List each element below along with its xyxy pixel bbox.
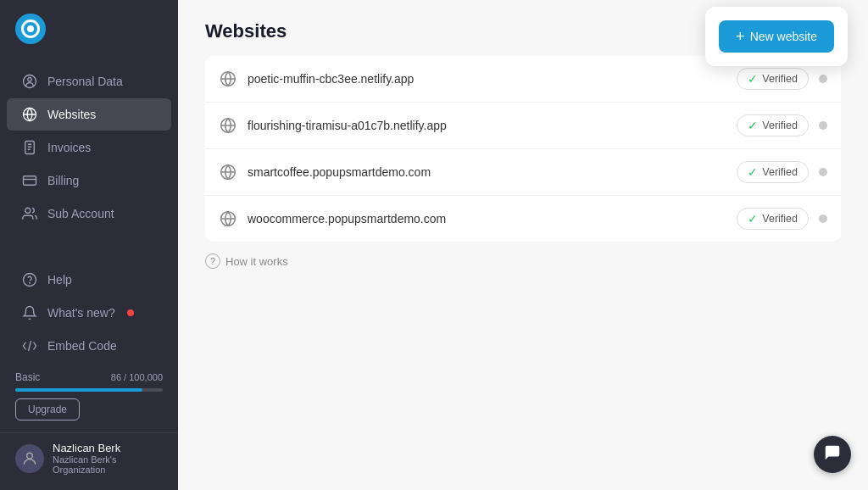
svg-point-5 [25,208,31,213]
status-dot [819,121,827,130]
svg-point-1 [28,78,32,82]
plan-progress-bar-bg [15,388,163,392]
svg-point-8 [27,453,33,459]
sidebar-item-invoices[interactable]: Invoices [7,131,171,164]
checkmark-icon: ✓ [748,72,758,86]
globe-icon [219,116,237,135]
sidebar-label-invoices: Invoices [47,141,91,154]
websites-list: poetic-muffin-cbc3ee.netlify.app ✓ Verif… [178,56,868,242]
verified-badge: ✓ Verified [737,208,809,230]
main-nav: Personal Data Websites Invoices [0,58,178,256]
svg-point-7 [30,282,31,283]
sidebar-label-help: Help [47,273,72,287]
verified-label: Verified [762,73,798,85]
checkmark-icon: ✓ [748,165,758,179]
document-icon [22,140,37,155]
avatar [15,444,44,473]
new-website-button[interactable]: + New website [719,20,834,53]
people-icon [22,206,37,221]
verified-label: Verified [762,166,798,178]
website-url: flourishing-tiramisu-a01c7b.netlify.app [248,119,726,132]
status-dot [819,168,827,176]
sidebar-item-sub-account[interactable]: Sub Account [7,198,171,230]
verified-badge: ✓ Verified [737,161,809,183]
website-url: woocommerce.popupsmartdemo.com [248,212,726,226]
sidebar: Personal Data Websites Invoices [0,0,178,490]
user-section[interactable]: Nazlican Berk Nazlican Berk's Organizati… [0,432,178,483]
plan-section: Basic 86 / 100,000 Upgrade [0,363,178,429]
plan-progress-bar-fill [15,388,142,392]
upgrade-button[interactable]: Upgrade [15,398,80,420]
globe-icon [219,163,237,181]
page-title: Websites [205,20,287,42]
new-website-popup: + New website [705,7,848,66]
sidebar-label-sub-account: Sub Account [47,207,114,220]
verified-badge: ✓ Verified [737,114,809,136]
logo-icon [15,14,46,44]
svg-rect-3 [25,142,35,154]
user-name: Nazlican Berk [53,442,163,454]
sidebar-item-websites[interactable]: Websites [7,98,171,131]
svg-rect-4 [24,176,36,186]
sidebar-item-whats-new[interactable]: What's new? [7,297,171,329]
sidebar-item-billing[interactable]: Billing [7,164,171,197]
how-it-works-link[interactable]: ? How it works [178,242,868,281]
sidebar-item-help[interactable]: Help [7,264,171,296]
how-it-works-label: How it works [225,255,288,268]
new-website-button-label: New website [750,30,817,43]
user-org: Nazlican Berk's Organization [53,454,163,475]
svg-point-6 [24,274,36,287]
sidebar-label-websites: Websites [47,108,96,121]
status-dot [819,214,827,223]
website-url: poetic-muffin-cbc3ee.netlify.app [248,72,726,86]
table-row[interactable]: smartcoffee.popupsmartdemo.com ✓ Verifie… [205,149,841,196]
sidebar-item-personal-data[interactable]: Personal Data [7,65,171,97]
globe-icon [22,107,37,122]
main-content: Websites + New website poetic-muffin-cbc… [178,0,868,490]
plan-name: Basic [15,371,40,383]
sidebar-label-embed-code: Embed Code [47,339,117,353]
verified-label: Verified [762,213,798,225]
checkmark-icon: ✓ [748,212,758,226]
user-info: Nazlican Berk Nazlican Berk's Organizati… [53,442,163,475]
bottom-nav: Help What's new? Embed Code Bas [0,256,178,490]
plan-label-row: Basic 86 / 100,000 [15,371,163,383]
chat-icon [823,443,842,466]
table-row[interactable]: flourishing-tiramisu-a01c7b.netlify.app … [205,103,841,149]
status-dot [819,75,827,83]
help-circle-icon [22,272,37,287]
sidebar-label-billing: Billing [47,174,79,187]
notification-badge [127,309,134,316]
sidebar-item-embed-code[interactable]: Embed Code [7,330,171,362]
code-icon [22,338,37,354]
main-header: Websites + New website [178,0,868,56]
bell-icon [22,305,37,320]
globe-icon [219,70,237,88]
chat-button[interactable] [814,436,851,473]
question-icon: ? [205,253,220,269]
plus-icon: + [736,29,745,44]
checkmark-icon: ✓ [748,119,758,132]
globe-icon [219,209,237,228]
verified-label: Verified [762,120,798,131]
verified-badge: ✓ Verified [737,68,809,90]
person-circle-icon [22,74,37,89]
sidebar-label-whats-new: What's new? [47,306,115,320]
website-url: smartcoffee.popupsmartdemo.com [248,165,726,179]
sidebar-label-personal-data: Personal Data [47,75,123,88]
plan-usage: 86 / 100,000 [111,372,163,382]
credit-card-icon [22,173,37,188]
app-logo[interactable] [0,0,178,58]
table-row[interactable]: woocommerce.popupsmartdemo.com ✓ Verifie… [205,196,841,242]
